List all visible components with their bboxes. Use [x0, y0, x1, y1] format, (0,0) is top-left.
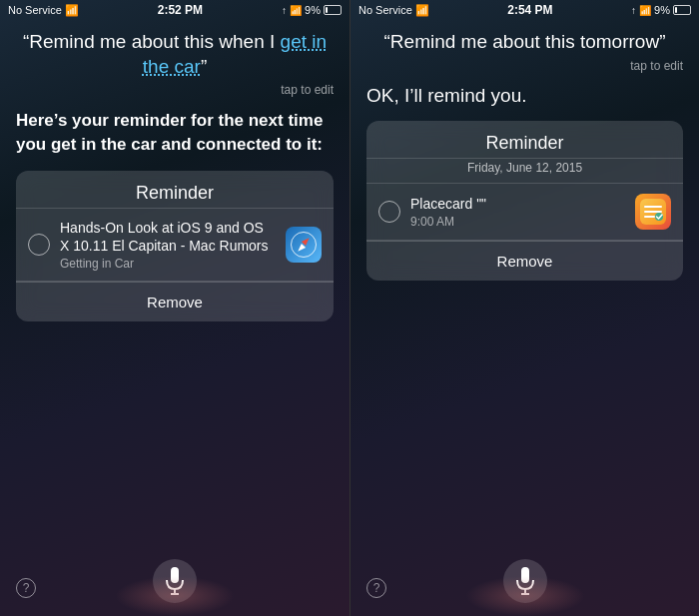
mic-icon-left: [165, 567, 185, 595]
status-bar-left: No Service 📶 2:52 PM ↑ 📶 9%: [0, 0, 350, 20]
status-right-right: ↑ 📶 9%: [631, 4, 691, 16]
reminder-subtitle-left: Getting in Car: [60, 257, 276, 271]
tap-to-edit-left[interactable]: tap to edit: [16, 83, 334, 97]
status-right-left: ↑ 📶 9%: [282, 4, 342, 16]
siri-response-right: OK, I’ll remind you.: [366, 85, 683, 107]
bluetooth-icon-left: 📶: [290, 5, 302, 16]
safari-icon-left: [286, 227, 322, 263]
reminder-circle-left[interactable]: [28, 234, 50, 256]
remove-button-right[interactable]: Remove: [366, 242, 683, 281]
arrow-icon-right: ↑: [631, 5, 636, 16]
bottom-bar-right: ?: [350, 546, 699, 616]
status-left-left: No Service 📶: [8, 4, 79, 17]
quote-before-left: “Remind me about this when I: [23, 31, 281, 52]
battery-icon-right: [673, 5, 691, 15]
mic-button-left[interactable]: [153, 559, 197, 603]
right-phone-screen: No Service 📶 2:54 PM ↑ 📶 9% “Remind me a…: [350, 0, 699, 616]
reminder-card-title-right: Reminder: [366, 121, 683, 159]
reminder-circle-right[interactable]: [378, 201, 400, 223]
reminder-title-left: Hands-On Look at iOS 9 and OS X 10.11 El…: [60, 219, 276, 255]
reminder-subtitle-right: 9:00 AM: [410, 215, 625, 229]
reminder-app-icon-right: [635, 194, 671, 230]
wifi-icon-right: 📶: [415, 4, 429, 17]
time-right: 2:54 PM: [507, 3, 552, 17]
content-left: “Remind me about this when I get in the …: [0, 20, 350, 546]
battery-percent-left: 9%: [305, 4, 321, 16]
app-icon-svg: [640, 199, 666, 225]
tap-to-edit-right[interactable]: tap to edit: [366, 59, 683, 73]
reminder-card-title-left: Reminder: [16, 171, 334, 209]
reminder-item-left: Hands-On Look at iOS 9 and OS X 10.11 El…: [16, 209, 334, 282]
mic-button-right[interactable]: [503, 559, 547, 603]
battery-percent-right: 9%: [654, 4, 670, 16]
reminder-text-right: Placecard "" 9:00 AM: [410, 195, 625, 229]
bluetooth-icon-right: 📶: [639, 5, 651, 16]
siri-response-left: Here’s your reminder for the next time y…: [16, 109, 334, 157]
wifi-icon-left: 📶: [65, 4, 79, 17]
question-mark-right[interactable]: ?: [366, 578, 386, 598]
status-left-right: No Service 📶: [358, 4, 429, 17]
reminder-item-right: Placecard "" 9:00 AM: [366, 184, 683, 241]
reminder-card-left: Reminder Hands-On Look at iOS 9 and OS X…: [16, 171, 334, 321]
quote-after-left: ”: [201, 56, 207, 77]
svg-rect-8: [521, 567, 529, 583]
siri-quote-right: “Remind me about this tomorrow”: [366, 30, 683, 55]
carrier-right: No Service: [358, 4, 412, 16]
mic-icon-right: [515, 567, 535, 595]
svg-rect-0: [171, 567, 179, 583]
carrier-left: No Service: [8, 4, 62, 16]
reminder-text-left: Hands-On Look at iOS 9 and OS X 10.11 El…: [60, 219, 276, 271]
status-bar-right: No Service 📶 2:54 PM ↑ 📶 9%: [350, 0, 699, 20]
siri-quote-left: “Remind me about this when I get in the …: [16, 30, 334, 79]
reminder-title-right: Placecard "": [410, 195, 625, 213]
question-mark-left[interactable]: ?: [16, 578, 36, 598]
reminder-date-right: Friday, June 12, 2015: [366, 159, 683, 184]
time-left: 2:52 PM: [158, 3, 203, 17]
remove-button-left[interactable]: Remove: [16, 283, 334, 321]
content-right: “Remind me about this tomorrow” tap to e…: [350, 20, 699, 546]
arrow-icon-left: ↑: [282, 5, 287, 16]
left-phone-screen: No Service 📶 2:52 PM ↑ 📶 9% “Remind me a…: [0, 0, 350, 616]
bottom-bar-left: ?: [0, 546, 350, 616]
battery-icon-left: [324, 5, 342, 15]
reminder-card-right: Reminder Friday, June 12, 2015 Placecard…: [366, 121, 683, 281]
safari-compass-left: [291, 232, 317, 258]
